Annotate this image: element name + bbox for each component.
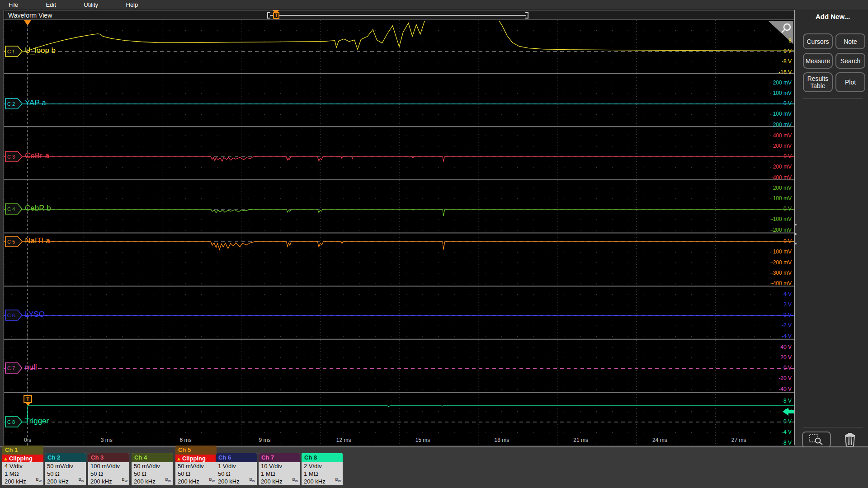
search-button[interactable]: Search — [835, 53, 865, 69]
trash-icon — [844, 432, 856, 447]
bandwidth-limit-icon: BW — [78, 476, 84, 485]
clipping-banner: ▲Clipping — [175, 455, 217, 462]
scale-label-NaITl-a: -400 mV — [771, 280, 792, 286]
overview-right-bracket — [525, 12, 528, 19]
scale-label-Trigger: -8 V — [782, 440, 792, 446]
trigger-level-arrow-icon[interactable] — [783, 408, 794, 416]
channel-setting-row: 4 V/div — [2, 462, 43, 470]
time-label-21ms: 21 ms — [573, 437, 588, 443]
svg-text:C 1: C 1 — [7, 49, 15, 54]
channel-badge-c2[interactable]: C 2 — [5, 98, 23, 109]
time-label-3ms: 3 ms — [101, 437, 113, 443]
channel-tab-title: Ch 7 — [259, 453, 300, 462]
channel-badge-c6[interactable]: C 6 — [5, 310, 23, 321]
channel-badge-c8[interactable]: C 8 — [5, 416, 23, 427]
channel-tab-ch5[interactable]: Ch 5▲Clipping50 mV/div50 Ω200 kHzBW — [175, 446, 217, 485]
menu-edit[interactable]: Edit — [46, 0, 56, 8]
time-label-12ms: 12 ms — [336, 437, 351, 443]
trigger-position-marker-icon[interactable] — [24, 20, 31, 25]
warning-icon: ▲ — [3, 456, 8, 461]
scale-label-Trigger: -4 V — [782, 429, 792, 435]
channel-tab-ch3[interactable]: Ch 3100 mV/div50 Ω200 kHzBW — [88, 453, 129, 485]
channel-setting-row: 200 kHzBW — [302, 478, 343, 485]
side-panel-divider-bottom — [803, 427, 863, 427]
time-label-24ms: 24 ms — [652, 437, 667, 443]
channel-badge-c7[interactable]: C 7 — [5, 362, 23, 374]
cursors-button[interactable]: Cursors — [803, 33, 833, 49]
channel-name-LYSO[interactable]: LYSO — [25, 310, 45, 319]
waveform-view-title: Waveform View — [8, 12, 52, 19]
channel-tab-title: Ch 6 — [216, 453, 257, 462]
channel-tab-title: Ch 5 — [175, 446, 217, 455]
add-new-heading: Add New... — [797, 13, 868, 20]
channel-tab-ch4[interactable]: Ch 450 mV/div50 Ω200 kHzBW — [132, 453, 173, 485]
scale-label-NaITl-a: -300 mV — [771, 270, 792, 276]
panel-resize-handle[interactable] — [794, 224, 797, 244]
channel-tab-title: Ch 3 — [88, 453, 129, 462]
channel-name-null[interactable]: null — [25, 363, 37, 372]
bottom-ribbon: Ch 1▲Clipping4 V/div1 MΩ200 kHzBWCh 250 … — [0, 446, 868, 488]
svg-text:C 7: C 7 — [7, 366, 15, 371]
scale-label-CeBr-a: -400 mV — [771, 174, 792, 181]
bandwidth-limit-icon: BW — [36, 476, 42, 485]
bandwidth-limit-icon: BW — [165, 476, 171, 485]
channel-tab-ch7[interactable]: Ch 710 V/div1 MΩ200 kHzBW — [259, 453, 300, 485]
scale-label-CebR b: 0 V — [783, 206, 792, 212]
channel-name-YAP a[interactable]: YAP a — [25, 99, 46, 108]
channel-name-CeBr-a[interactable]: CeBr-a — [25, 151, 49, 160]
menu-utility[interactable]: Utility — [84, 0, 98, 8]
time-label-9ms: 9 ms — [259, 437, 270, 443]
scale-label-CebR b: -100 mV — [771, 216, 792, 222]
scale-label-CeBr-a: 200 mV — [773, 143, 792, 149]
overview-line — [270, 15, 526, 16]
zoom-area-button[interactable] — [802, 432, 831, 448]
channel-badge-c4[interactable]: C 4 — [5, 203, 23, 215]
trash-button[interactable] — [841, 431, 859, 449]
channel-name-Trigger[interactable]: Trigger — [25, 417, 49, 426]
scale-label-Trigger: 8 V — [783, 398, 792, 404]
time-label-27ms: 27 ms — [731, 437, 746, 443]
results-table-button[interactable]: Results Table — [803, 72, 833, 92]
channel-name-NaITl-a[interactable]: NaITl-a — [25, 236, 50, 245]
channel-tab-ch6[interactable]: Ch 61 V/div50 Ω200 kHzBW — [216, 453, 257, 485]
svg-text:C 5: C 5 — [7, 239, 15, 244]
waveform-plot-area[interactable]: T 80 V-8 V-16 VC 1U_loop b200 mV100 mV0 … — [4, 20, 794, 446]
channel-tab-title: Ch 1 — [2, 446, 43, 455]
channel-tab-ch8[interactable]: Ch 82 V/div1 MΩ200 kHzBW — [302, 453, 343, 485]
svg-text:C 4: C 4 — [7, 206, 15, 212]
measure-button[interactable]: Measure — [803, 53, 833, 69]
channel-setting-row: 2 V/div — [302, 462, 343, 470]
overview-trigger-t-icon[interactable]: T — [273, 12, 279, 19]
time-label-15ms: 15 ms — [415, 437, 430, 443]
channel-setting-row: 200 kHzBW — [88, 478, 129, 485]
channel-tab-ch1[interactable]: Ch 1▲Clipping4 V/div1 MΩ200 kHzBW — [2, 446, 43, 485]
channel-badge-c5[interactable]: C 5 — [5, 236, 23, 247]
scale-label-LYSO: 0 V — [783, 312, 792, 318]
channel-tab-title: Ch 8 — [302, 453, 343, 462]
menu-help[interactable]: Help — [126, 0, 138, 8]
waveform-traces — [4, 20, 794, 446]
channel-setting-row: 50 mV/div — [45, 462, 86, 470]
scale-label-CeBr-a: 0 V — [783, 153, 792, 160]
channel-name-CebR b[interactable]: CebR b — [25, 204, 51, 213]
scale-label-YAP a: 100 mV — [773, 90, 792, 96]
scale-label-YAP a: 200 mV — [773, 80, 792, 86]
channel-setting-row: 200 kHzBW — [175, 478, 217, 485]
bandwidth-limit-icon: BW — [335, 476, 341, 485]
channel-badge-c1[interactable]: C 1 — [5, 46, 23, 57]
right-side-panel: Add New... Cursors Note Measure Search R… — [797, 10, 868, 445]
channel-name-U_loop b[interactable]: U_loop b — [25, 46, 56, 55]
waveform-view-window: Waveform View T T 80 V-8 V-16 VC 1U_loop… — [4, 10, 795, 445]
svg-text:C 3: C 3 — [7, 154, 15, 160]
menu-file[interactable]: File — [9, 0, 18, 8]
oscilloscope-app: File Edit Utility Help Waveform View T T — [0, 0, 868, 488]
scale-label-null: 40 V — [780, 344, 792, 350]
channel-badge-c3[interactable]: C 3 — [5, 151, 23, 162]
note-button[interactable]: Note — [835, 33, 865, 49]
scale-label-NaITl-a: -100 mV — [771, 249, 792, 255]
scale-label-U_loop b: -8 V — [782, 58, 792, 65]
acquisition-overview-bar[interactable]: T — [267, 11, 528, 19]
trigger-source-t-icon[interactable]: T — [24, 395, 32, 403]
channel-tab-ch2[interactable]: Ch 250 mV/div50 Ω200 kHzBW — [45, 453, 86, 485]
plot-button[interactable]: Plot — [835, 72, 865, 92]
